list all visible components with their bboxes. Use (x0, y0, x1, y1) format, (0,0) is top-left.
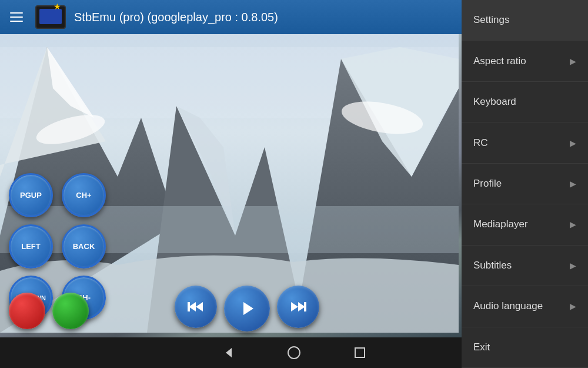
pgup-button[interactable]: PGUP (9, 173, 53, 217)
menu-label-aspect_ratio: Aspect ratio (473, 55, 570, 67)
left-button[interactable]: LEFT (9, 224, 53, 268)
svg-rect-14 (188, 302, 190, 311)
menu-arrow-audio_language: ▶ (570, 301, 576, 311)
menu-arrow-aspect_ratio: ▶ (570, 57, 576, 66)
dropdown-menu: SettingsAspect ratio▶KeyboardRC▶Profile▶… (462, 0, 588, 368)
menu-arrow-subtitles: ▶ (570, 261, 576, 270)
menu-item-aspect_ratio[interactable]: Aspect ratio▶ (462, 41, 588, 81)
recents-nav-button[interactable] (350, 343, 369, 362)
menu-item-profile[interactable]: Profile▶ (462, 164, 588, 204)
back-nav-button[interactable] (219, 343, 238, 362)
back-button[interactable]: BACK (62, 224, 106, 268)
menu-label-settings: Settings (473, 14, 576, 26)
rewind-button[interactable] (175, 286, 217, 328)
menu-item-subtitles[interactable]: Subtitles▶ (462, 246, 588, 286)
menu-arrow-mediaplayer: ▶ (570, 220, 576, 229)
play-button[interactable] (224, 286, 270, 331)
svg-marker-15 (243, 302, 253, 315)
ch-plus-button[interactable]: CH+ (62, 173, 106, 217)
menu-item-mediaplayer[interactable]: Mediaplayer▶ (462, 204, 588, 245)
svg-marker-16 (291, 302, 298, 311)
svg-point-20 (288, 347, 300, 359)
control-row-1: PGUP CH+ (9, 173, 450, 217)
svg-marker-13 (196, 302, 203, 311)
menu-item-audio_language[interactable]: Audio language▶ (462, 286, 588, 327)
menu-label-exit: Exit (473, 342, 576, 353)
svg-rect-21 (355, 348, 365, 357)
media-controls (175, 286, 319, 331)
menu-label-audio_language: Audio language (473, 300, 570, 312)
svg-marker-19 (226, 348, 232, 357)
menu-item-keyboard[interactable]: Keyboard (462, 82, 588, 122)
menu-label-rc: RC (473, 137, 570, 149)
app-logo: ★ (33, 2, 68, 32)
menu-item-exit[interactable]: Exit (462, 327, 588, 368)
menu-label-keyboard: Keyboard (473, 96, 576, 108)
svg-rect-18 (304, 302, 306, 311)
menu-label-profile: Profile (473, 178, 570, 190)
app-title: StbEmu (pro) (googleplay_pro : 0.8.05) (74, 11, 278, 24)
color-buttons-left (9, 293, 89, 329)
control-row-2: LEFT BACK (9, 224, 450, 268)
menu-item-settings[interactable]: Settings (462, 0, 588, 41)
fast-forward-button[interactable] (277, 286, 319, 328)
home-nav-button[interactable] (285, 343, 303, 362)
menu-item-rc[interactable]: RC▶ (462, 122, 588, 163)
menu-label-mediaplayer: Mediaplayer (473, 218, 570, 230)
hamburger-button[interactable] (6, 6, 27, 28)
menu-arrow-rc: ▶ (570, 138, 576, 148)
green-button[interactable] (52, 293, 89, 329)
menu-arrow-profile: ▶ (570, 179, 576, 188)
red-button[interactable] (9, 293, 45, 329)
star-icon: ★ (54, 2, 61, 11)
menu-label-subtitles: Subtitles (473, 260, 570, 271)
